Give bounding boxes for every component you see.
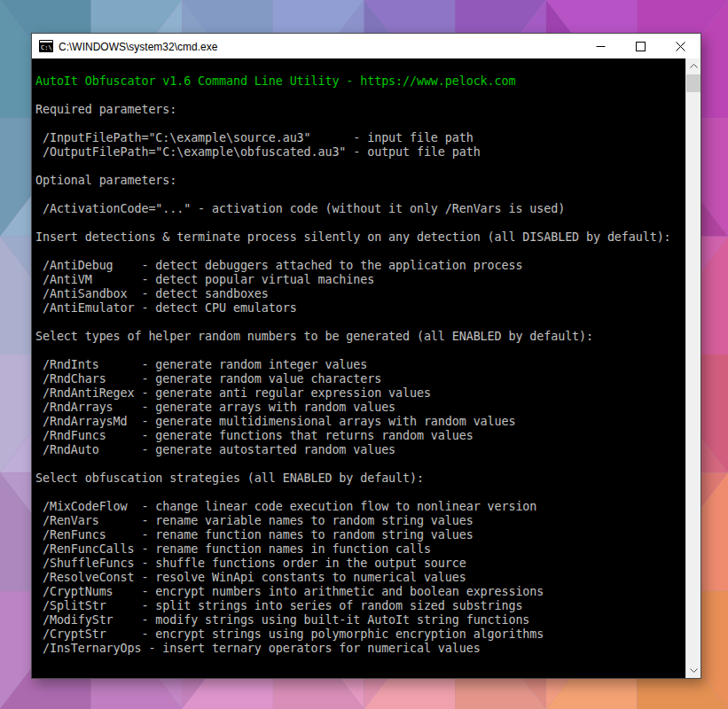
maximize-button[interactable] bbox=[621, 34, 661, 58]
minimize-button[interactable] bbox=[581, 34, 621, 58]
terminal-output: AutoIt Obfuscator v1.6 Command Line Util… bbox=[32, 58, 701, 656]
scrollbar-thumb[interactable] bbox=[686, 74, 701, 92]
close-icon bbox=[676, 42, 685, 51]
terminal-header-line: AutoIt Obfuscator v1.6 Command Line Util… bbox=[35, 74, 515, 88]
terminal-body-text: Required parameters: /InputFilePath="C:\… bbox=[35, 103, 671, 655]
terminal-content[interactable]: AutoIt Obfuscator v1.6 Command Line Util… bbox=[32, 58, 701, 678]
titlebar[interactable]: C:\ C:\WINDOWS\system32\cmd.exe bbox=[32, 34, 701, 58]
cmd-icon: C:\ bbox=[39, 40, 53, 52]
close-button[interactable] bbox=[661, 34, 701, 58]
scroll-down-button[interactable] bbox=[686, 663, 701, 678]
chevron-down-icon bbox=[690, 668, 698, 673]
window-title: C:\WINDOWS\system32\cmd.exe bbox=[59, 40, 581, 53]
svg-text:C:\: C:\ bbox=[41, 44, 52, 51]
vertical-scrollbar[interactable] bbox=[685, 58, 701, 678]
chevron-up-icon bbox=[690, 64, 698, 68]
minimize-icon bbox=[596, 42, 606, 51]
maximize-icon bbox=[636, 42, 646, 51]
window-controls bbox=[581, 34, 701, 58]
cmd-window: C:\ C:\WINDOWS\system32\cmd.exe bbox=[31, 33, 701, 679]
scroll-up-button[interactable] bbox=[686, 58, 701, 74]
